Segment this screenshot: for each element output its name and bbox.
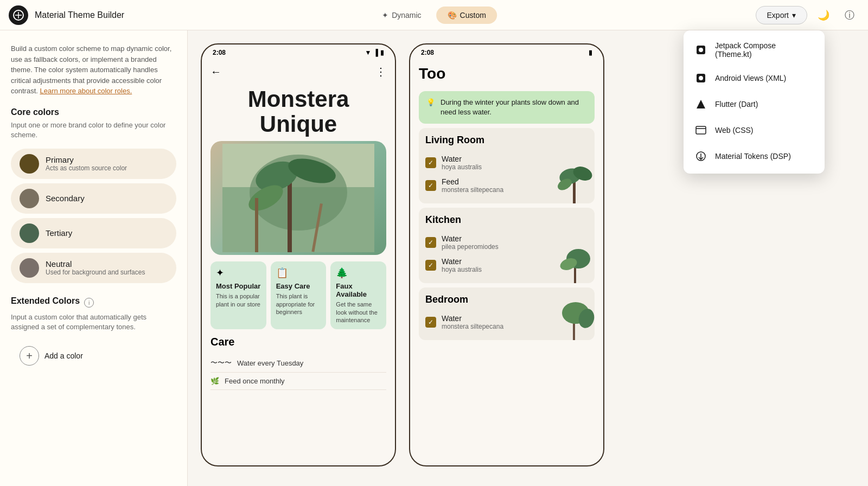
room-card-kitchen: Kitchen ✓ Water pilea peperomiodes ✓ Wat…	[419, 208, 595, 283]
battery-icon: ▮	[380, 49, 384, 56]
web-icon	[694, 124, 707, 137]
color-item-secondary[interactable]: Secondary	[11, 183, 176, 214]
phone1-title-line2: Unique	[260, 111, 337, 137]
tokens-label: Material Tokens (DSP)	[715, 152, 791, 161]
more-icon[interactable]: ⋮	[375, 65, 386, 78]
svg-rect-17	[573, 321, 575, 340]
checkbox-3[interactable]: ✓	[425, 237, 436, 248]
tip-box: 💡 During the winter your plants slow dow…	[419, 91, 595, 124]
logo	[9, 5, 28, 25]
extended-info-icon[interactable]: i	[84, 298, 94, 308]
living-action-2: Feed	[442, 177, 503, 186]
popular-icon: ✦	[216, 267, 261, 279]
app-title: Material Theme Builder	[35, 10, 124, 20]
checkbox-1[interactable]: ✓	[425, 157, 436, 168]
water-text: Water every Tuesday	[237, 359, 303, 367]
phone1-plant-image	[210, 141, 386, 255]
back-icon[interactable]: ←	[210, 66, 221, 78]
custom-icon: 🎨	[448, 11, 457, 20]
tertiary-label: Tertiary	[46, 228, 72, 238]
phone1-care: Care 〜〜〜 Water every Tuesday 🌿 Feed once…	[202, 336, 395, 390]
faux-desc: Get the same look without the maintenanc…	[336, 300, 381, 324]
primary-info: Primary Acts as custom source color	[46, 155, 127, 172]
faux-title: Faux Available	[336, 282, 381, 298]
living-item-1-text: Water hoya australis	[442, 155, 482, 171]
kitchen-plant-1: pilea peperomiodes	[442, 243, 499, 251]
core-colors-title: Core colors	[11, 107, 176, 117]
bedroom-plant-decoration	[557, 297, 595, 340]
learn-more-link[interactable]: Learn more about color roles.	[40, 87, 132, 95]
export-button[interactable]: Export ▾	[756, 6, 807, 24]
easycare-title: Easy Care	[276, 282, 321, 290]
living-action-1: Water	[442, 155, 482, 163]
kitchen-action-2: Water	[442, 257, 482, 266]
svg-rect-10	[573, 182, 576, 203]
bedroom-plant-1: monstera siltepecana	[442, 323, 503, 330]
info-button[interactable]: ⓘ	[840, 5, 859, 25]
feed-text: Feed once monthly	[225, 377, 285, 385]
dynamic-tab[interactable]: ✦ Dynamic	[371, 7, 432, 24]
checkbox-4[interactable]: ✓	[425, 260, 436, 271]
tertiary-swatch	[20, 223, 39, 243]
color-item-tertiary[interactable]: Tertiary	[11, 218, 176, 248]
checkbox-2[interactable]: ✓	[425, 180, 436, 191]
phone2-header-text: Too	[419, 65, 445, 82]
phone1-nav: ← ⋮	[202, 61, 395, 82]
phone1-cards: ✦ Most Popular This is a popular plant i…	[202, 255, 395, 336]
phone2-battery-icon: ▮	[589, 49, 592, 56]
kitchen-action-1: Water	[442, 234, 499, 243]
signal-icon: ▐	[373, 49, 378, 56]
dark-mode-button[interactable]: 🌙	[814, 5, 833, 25]
neutral-label: Neutral	[46, 259, 145, 268]
color-item-primary[interactable]: Primary Acts as custom source color	[11, 149, 176, 179]
phone2-time: 2:08	[421, 49, 434, 56]
dropdown-item-tokens[interactable]: Material Tokens (DSP)	[684, 143, 825, 169]
add-icon: +	[20, 346, 39, 366]
phone-mockup-2: 2:08 ▮ Too 💡 During the winter your plan…	[409, 43, 604, 466]
dropdown-item-android[interactable]: Android Views (XML)	[684, 65, 825, 91]
popular-title: Most Popular	[216, 282, 261, 290]
primary-swatch	[20, 154, 39, 174]
secondary-info: Secondary	[46, 194, 85, 203]
phone1-title: Monstera Unique	[202, 82, 395, 141]
dropdown-item-web[interactable]: Web (CSS)	[684, 117, 825, 143]
dropdown-item-flutter[interactable]: Flutter (Dart)	[684, 91, 825, 117]
living-room-plant-decoration	[557, 160, 595, 203]
care-item-water: 〜〜〜 Water every Tuesday	[210, 354, 386, 373]
living-item-2-text: Feed monstera siltepecana	[442, 177, 503, 194]
svg-rect-25	[696, 126, 706, 134]
faux-icon: 🌲	[336, 267, 381, 279]
dynamic-label: Dynamic	[392, 11, 421, 20]
bedroom-item-1-text: Water monstera siltepecana	[442, 314, 503, 330]
phone2-status-bar: 2:08 ▮	[410, 44, 603, 61]
android-label: Android Views (XML)	[715, 74, 786, 82]
wifi-icon: ▼	[365, 49, 372, 56]
flutter-icon	[694, 98, 707, 111]
extended-colors-subtitle: Input a custom color that automatically …	[11, 312, 176, 332]
phone1-card-easycare: 📋 Easy Care This plant is appropriate fo…	[271, 261, 327, 329]
kitchen-item-2-text: Water hoya australis	[442, 257, 482, 273]
extended-colors-header: Extended Colors i	[11, 296, 176, 309]
neutral-sublabel: Used for background and surfaces	[46, 268, 145, 276]
chevron-down-icon: ▾	[792, 11, 796, 20]
jetpack-icon	[694, 43, 707, 56]
jetpack-label: Jetpack Compose (Theme.kt)	[715, 41, 814, 59]
bedroom-action-1: Water	[442, 314, 503, 323]
phone1-status-icons: ▼ ▐ ▮	[365, 49, 384, 56]
kitchen-item-1-text: Water pilea peperomiodes	[442, 234, 499, 251]
living-plant-1: hoya australis	[442, 163, 482, 171]
color-item-neutral[interactable]: Neutral Used for background and surfaces	[11, 253, 176, 283]
phone1-time: 2:08	[213, 49, 226, 56]
checkbox-5[interactable]: ✓	[425, 317, 436, 328]
add-color-button[interactable]: + Add a color	[11, 341, 92, 371]
info-icon: ⓘ	[845, 9, 854, 22]
svg-marker-24	[697, 100, 705, 108]
tertiary-info: Tertiary	[46, 228, 72, 238]
leaf-icon: 🌿	[210, 377, 219, 385]
neutral-info: Neutral Used for background and surfaces	[46, 259, 145, 276]
dropdown-item-jetpack[interactable]: Jetpack Compose (Theme.kt)	[684, 35, 825, 65]
custom-tab[interactable]: 🎨 Custom	[437, 7, 497, 24]
web-label: Web (CSS)	[715, 126, 754, 135]
add-color-label: Add a color	[44, 351, 83, 360]
svg-rect-14	[574, 267, 576, 283]
